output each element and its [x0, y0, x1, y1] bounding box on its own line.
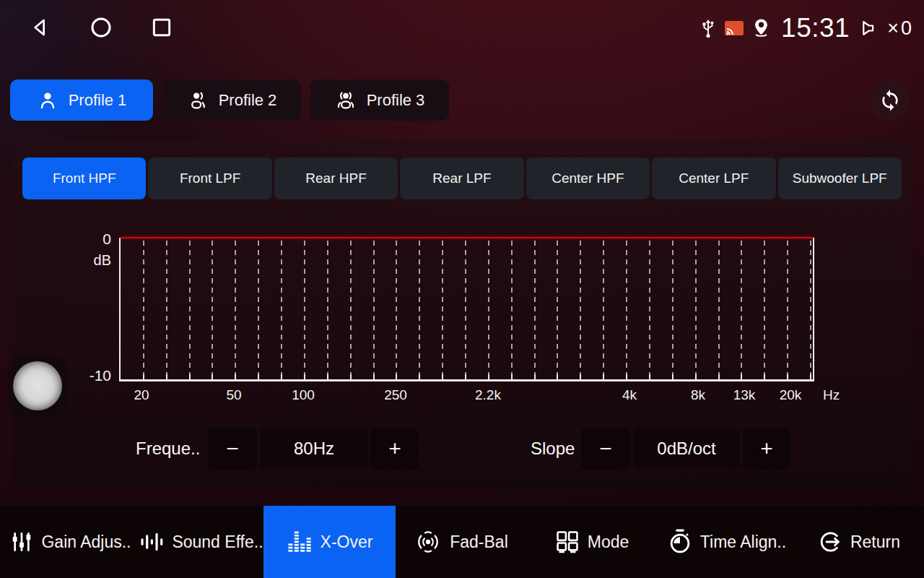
slope-plus-button[interactable]: +: [743, 428, 790, 470]
home-button[interactable]: [85, 13, 117, 42]
nav-item-label: Return: [850, 532, 900, 552]
tab-center-hpf[interactable]: Center HPF: [526, 158, 650, 199]
frequency-plus-button[interactable]: +: [371, 428, 419, 470]
back-icon: [28, 16, 53, 39]
x-tick-label: 100: [292, 387, 315, 403]
tab-center-lpf[interactable]: Center LPF: [652, 158, 775, 199]
gridline: [580, 241, 581, 378]
axis-tick: [626, 374, 627, 379]
floating-touch-ball-knob: [13, 361, 62, 410]
xover-panel: Front HPF Front LPF Rear HPF Rear LPF Ce…: [13, 141, 911, 488]
gridline: [718, 241, 720, 378]
axis-tick: [350, 374, 352, 379]
tab-subwoofer-lpf[interactable]: Subwoofer LPF: [778, 158, 902, 199]
profile-1-button[interactable]: Profile 1: [10, 79, 153, 121]
gridline: [810, 241, 811, 378]
x-tick-label: 4k: [622, 387, 637, 403]
y-axis-label-minus10: -10: [79, 367, 111, 384]
slope-minus-button[interactable]: −: [581, 428, 630, 470]
axis-tick: [672, 374, 674, 379]
sync-icon: [879, 89, 902, 112]
nav-item-sound-effect[interactable]: Sound Effe..: [137, 506, 266, 578]
nav-item-label: Sound Effe..: [172, 532, 263, 552]
slope-label: Slope: [531, 428, 575, 470]
frequency-label: Freque..: [136, 428, 200, 470]
profile-label: Profile 1: [69, 91, 127, 110]
time-align-icon: [668, 529, 692, 555]
profile-3-button[interactable]: Profile 3: [310, 79, 449, 121]
gridline: [787, 241, 788, 378]
y-axis-unit: dB: [79, 252, 111, 269]
filter-tab-bar: Front HPF Front LPF Rear HPF Rear LPF Ce…: [22, 158, 902, 199]
x-axis-labels: 20501002502.2k4k8k13k20k: [119, 387, 814, 406]
tab-rear-hpf[interactable]: Rear HPF: [274, 158, 398, 199]
car-audio-xover-screen: { "status_bar": { "time": "15:31", "volu…: [0, 0, 924, 578]
y-axis-label-0: 0: [79, 230, 111, 248]
axis-tick: [511, 374, 513, 379]
axis-tick: [488, 374, 489, 379]
x-tick-label: 250: [384, 387, 407, 403]
person-broadcast-icon: [335, 90, 357, 111]
gridline: [649, 241, 650, 378]
profile-label: Profile 2: [219, 91, 277, 110]
gridline: [557, 241, 558, 378]
back-button[interactable]: [25, 13, 56, 42]
nav-item-time-align[interactable]: Time Align..: [658, 506, 796, 578]
gridline: [235, 241, 236, 378]
gridline: [741, 241, 742, 378]
nav-item-label: Mode: [588, 532, 629, 552]
gridline: [465, 241, 466, 378]
nav-item-xover[interactable]: X-Over: [263, 506, 396, 578]
gridline: [304, 241, 305, 378]
axis-tick: [212, 374, 213, 379]
fad-bal-icon: [414, 530, 442, 553]
x-tick-label: 2.2k: [475, 387, 501, 403]
profile-2-button[interactable]: Profile 2: [162, 79, 301, 121]
tab-front-hpf[interactable]: Front HPF: [22, 158, 146, 199]
axis-tick: [741, 374, 742, 379]
axis-tick: [396, 374, 397, 379]
status-bar-right: 15:31 ×0: [699, 9, 914, 48]
nav-item-mode[interactable]: Mode: [546, 506, 638, 578]
axis-tick: [465, 374, 466, 379]
axis-tick: [281, 374, 282, 379]
volume-muted-icon[interactable]: [860, 18, 880, 38]
gridline: [764, 241, 765, 378]
frequency-value: 80Hz: [260, 428, 368, 470]
gridline: [258, 241, 259, 378]
frequency-minus-button[interactable]: −: [208, 428, 257, 470]
floating-touch-ball[interactable]: [7, 355, 68, 416]
gridline: [511, 241, 513, 378]
gridline: [189, 241, 191, 378]
axis-tick: [580, 374, 581, 379]
x-tick-label: 20k: [780, 387, 802, 403]
sync-button[interactable]: [869, 79, 911, 121]
axis-tick: [534, 374, 536, 379]
nav-item-return[interactable]: Return: [810, 506, 908, 578]
person-icon: [37, 90, 58, 111]
recents-button[interactable]: [146, 13, 178, 42]
chart-plot[interactable]: [119, 238, 814, 381]
gain-adjust-icon: [10, 530, 33, 554]
x-tick-label: 13k: [733, 387, 756, 403]
axis-tick: [718, 374, 720, 379]
cast-icon: [724, 20, 744, 36]
tab-front-lpf[interactable]: Front LPF: [148, 158, 271, 199]
axis-tick: [166, 374, 167, 379]
gridline: [534, 241, 536, 378]
mode-icon: [555, 530, 580, 554]
axis-tick: [764, 374, 765, 379]
response-curve: [121, 237, 813, 238]
nav-item-fad-bal[interactable]: Fad-Bal: [409, 506, 514, 578]
nav-item-gain-adjust[interactable]: Gain Adjus..: [7, 506, 134, 578]
nav-item-label: X-Over: [321, 532, 373, 552]
gridline: [373, 241, 375, 378]
usb-icon: [699, 17, 717, 39]
clock-time: 15:31: [781, 13, 850, 43]
return-icon: [818, 530, 842, 554]
axis-tick: [810, 374, 811, 379]
axis-tick: [442, 374, 443, 379]
axis-tick: [603, 374, 604, 379]
gridline: [603, 241, 604, 378]
tab-rear-lpf[interactable]: Rear LPF: [400, 158, 523, 199]
